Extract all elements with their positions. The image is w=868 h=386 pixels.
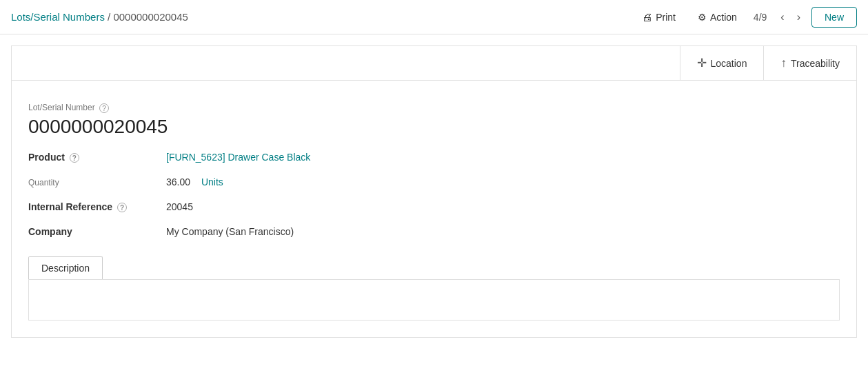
internal-ref-help-icon[interactable]: ? [117, 203, 127, 212]
tab-content-description [28, 279, 840, 321]
print-icon: 🖨 [642, 11, 652, 23]
breadcrumb: Lots/Serial Numbers / 0000000020045 [11, 11, 188, 23]
quantity-value: 36.00 Units [166, 176, 442, 187]
form-card: Lot/Serial Number ? 0000000020045 Produc… [11, 80, 857, 338]
traceability-label: Traceability [791, 58, 840, 69]
lot-serial-field-label: Lot/Serial Number ? [28, 103, 840, 113]
top-bar: Lots/Serial Numbers / 0000000020045 🖨 Pr… [0, 0, 868, 34]
nav-next-button[interactable]: › [791, 8, 806, 26]
form-fields: Product ? [FURN_5623] Drawer Case Black … [28, 152, 442, 241]
action-buttons-bar: ✛ Location ↑ Traceability [11, 45, 857, 80]
lot-serial-value: 0000000020045 [28, 116, 840, 138]
breadcrumb-current: 0000000020045 [113, 11, 188, 23]
location-label: Location [711, 58, 747, 69]
traceability-icon: ↑ [780, 57, 787, 70]
product-help-icon[interactable]: ? [70, 153, 79, 163]
internal-ref-value: 20045 [166, 201, 442, 212]
location-button[interactable]: ✛ Location [680, 46, 764, 80]
print-button[interactable]: 🖨 Print [634, 7, 684, 27]
product-label: Product ? [28, 152, 166, 163]
move-icon: ✛ [697, 56, 707, 70]
traceability-button[interactable]: ↑ Traceability [763, 46, 856, 80]
units-link[interactable]: Units [201, 176, 223, 187]
lot-serial-help-icon[interactable]: ? [99, 103, 109, 113]
action-label: Action [710, 12, 737, 23]
action-button[interactable]: ⚙ Action [689, 8, 745, 27]
new-button[interactable]: New [811, 7, 857, 28]
nav-arrows: ‹ › [775, 8, 806, 26]
company-value: My Company (San Francisco) [166, 226, 442, 237]
gear-icon: ⚙ [698, 12, 707, 23]
internal-ref-label: Internal Reference ? [28, 201, 166, 212]
company-label: Company [28, 226, 166, 237]
tab-description[interactable]: Description [28, 256, 103, 279]
tabs-section: Description [28, 256, 840, 321]
product-value[interactable]: [FURN_5623] Drawer Case Black [166, 152, 442, 163]
top-bar-actions: 🖨 Print ⚙ Action 4/9 ‹ › New [634, 7, 857, 28]
nav-counter: 4/9 [754, 12, 767, 23]
breadcrumb-link[interactable]: Lots/Serial Numbers [11, 11, 105, 23]
print-label: Print [656, 12, 676, 23]
quantity-label: Quantity [28, 178, 166, 187]
main-content: ✛ Location ↑ Traceability Lot/Serial Num… [0, 45, 868, 349]
nav-prev-button[interactable]: ‹ [775, 8, 789, 26]
